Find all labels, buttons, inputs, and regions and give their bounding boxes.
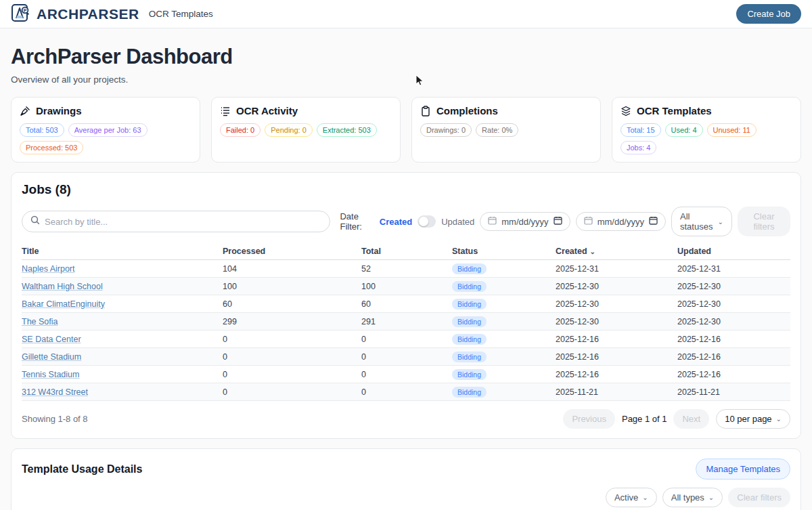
table-row: Tennis Stadium 0 0 Bidding 2025-12-16 20… [22,366,790,383]
cell-updated: 2025-12-16 [677,335,790,344]
job-title-link[interactable]: Tennis Stadium [22,370,79,379]
status-filter-dropdown[interactable]: All statuses ⌄ [671,207,732,236]
badge-rate: Rate: 0% [476,123,518,137]
type-filter-value: All types [671,492,704,503]
status-badge: Bidding [452,316,487,327]
chevron-down-icon: ⌄ [642,494,648,501]
badge-jobs: Jobs: 4 [621,141,656,154]
cell-updated: 2025-12-16 [677,352,790,362]
showing-count: Showing 1-8 of 8 [22,414,88,424]
create-job-button[interactable]: Create Job [736,4,801,24]
jobs-panel: Jobs (8) Date Filter: Created Updated mm… [11,172,801,439]
cell-updated: 2025-12-16 [677,370,790,379]
badge-pending: Pending: 0 [265,123,313,137]
cell-total: 60 [361,299,452,309]
date-to-input[interactable]: mm/dd/yyyy [576,212,666,231]
type-filter-dropdown[interactable]: All types ⌄ [662,488,723,507]
col-total[interactable]: Total [361,247,452,256]
date-filter-label: Date Filter: [340,211,374,232]
cell-updated: 2025-11-21 [677,387,790,397]
page-indicator: Page 1 of 1 [622,414,667,424]
per-page-value: 10 per page [725,414,771,424]
col-processed[interactable]: Processed [223,247,361,256]
badge-used: Used: 4 [665,123,703,137]
date-filter-updated-label[interactable]: Updated [441,217,474,227]
cell-created: 2025-12-16 [556,335,677,344]
next-page-button[interactable]: Next [673,409,709,429]
date-from-input[interactable]: mm/dd/yyyy [480,212,570,231]
page-label: OCR Templates [149,9,213,19]
date-filter-toggle[interactable] [418,215,436,228]
brand[interactable]: P ARCHPARSER [11,3,139,26]
jobs-table-header: Title Processed Total Status Created⌄ Up… [22,243,790,260]
date-from-value: mm/dd/yyyy [501,217,548,227]
svg-text:P: P [24,7,27,12]
status-badge: Bidding [452,387,487,398]
cell-created: 2025-12-30 [556,317,677,326]
list-icon [220,106,231,116]
stat-card-title: OCR Templates [637,105,712,116]
table-row: Gillette Stadium 0 0 Bidding 2025-12-16 … [22,348,790,366]
cell-total: 0 [361,387,452,397]
cell-processed: 299 [223,317,361,326]
calendar-picker-icon[interactable] [649,216,658,227]
job-title-link[interactable]: 312 W43rd Street [22,387,88,397]
stat-card-ocr-templates: OCR Templates Total: 15 Used: 4 Unused: … [612,97,801,163]
cell-updated: 2025-12-31 [677,264,790,274]
badge-total: Total: 503 [20,123,64,137]
stat-card-completions: Completions Drawings: 0 Rate: 0% [411,97,601,163]
calendar-picker-icon[interactable] [554,216,562,227]
job-title-link[interactable]: The Sofia [22,317,58,326]
cell-created: 2025-12-30 [556,282,677,291]
col-created[interactable]: Created⌄ [556,247,677,256]
template-usage-title: Template Usage Details [22,463,142,475]
job-title-link[interactable]: SE Data Center [22,335,81,344]
status-filter-value: All statuses [680,211,714,232]
stat-card-title: Completions [436,105,498,116]
col-status[interactable]: Status [452,247,556,256]
badge-drawings: Drawings: 0 [420,123,472,137]
cell-total: 0 [361,370,452,379]
previous-page-button[interactable]: Previous [563,409,615,429]
sort-chevron-down-icon: ⌄ [590,248,595,255]
chevron-down-icon: ⌄ [718,218,723,226]
job-title-link[interactable]: Bakar ClimatEnginuity [22,299,105,309]
active-filter-dropdown[interactable]: Active ⌄ [606,488,657,507]
search-input[interactable] [45,217,321,227]
page-title: ArchParser Dashboard [11,45,801,69]
cell-processed: 0 [223,387,361,397]
status-badge: Bidding [452,369,487,380]
per-page-dropdown[interactable]: 10 per page ⌄ [716,409,790,429]
cell-total: 100 [361,282,452,291]
cell-processed: 100 [223,282,361,291]
job-title-link[interactable]: Waltham High School [22,282,103,291]
badge-total: Total: 15 [621,123,661,137]
cell-updated: 2025-12-30 [677,282,790,291]
status-badge: Bidding [452,334,487,345]
cell-updated: 2025-12-30 [677,317,790,326]
clear-filters-button[interactable]: Clear filters [738,207,790,236]
stat-card-title: OCR Activity [236,105,298,116]
cell-total: 52 [361,264,452,274]
date-filter-created-label[interactable]: Created [380,217,412,227]
status-badge: Bidding [452,263,487,274]
clipboard-icon [420,106,431,116]
col-title[interactable]: Title [22,247,223,256]
cell-processed: 0 [223,352,361,362]
search-icon [30,215,40,228]
stat-card-ocr-activity: OCR Activity Failed: 0 Pending: 0 Extrac… [211,97,401,163]
main-content: ArchParser Dashboard Overview of all you… [0,28,812,510]
job-title-link[interactable]: Naples Airport [22,264,75,274]
status-badge: Bidding [452,281,487,292]
cell-processed: 60 [223,299,361,309]
jobs-table: Title Processed Total Status Created⌄ Up… [22,243,790,401]
job-title-link[interactable]: Gillette Stadium [22,352,81,362]
search-box[interactable] [22,211,330,232]
col-updated[interactable]: Updated [677,247,790,256]
calendar-icon [584,216,593,227]
archparser-logo-icon: P [11,3,31,26]
cell-processed: 0 [223,335,361,344]
clear-filters-button[interactable]: Clear filters [728,488,790,507]
table-row: SE Data Center 0 0 Bidding 2025-12-16 20… [22,331,790,348]
manage-templates-button[interactable]: Manage Templates [696,459,790,480]
